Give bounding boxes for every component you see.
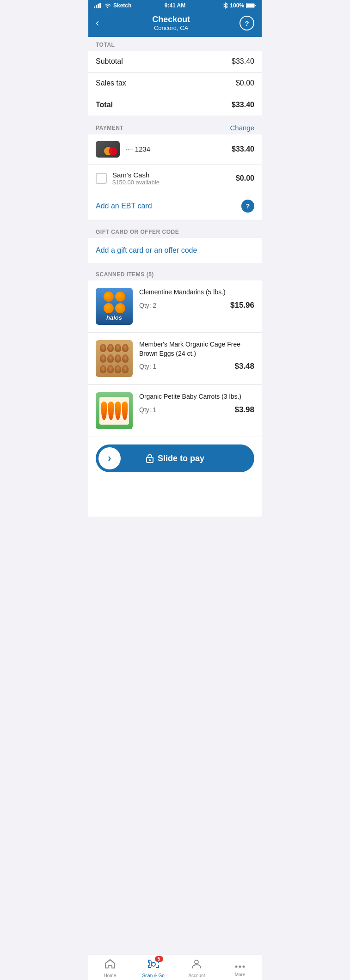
svg-rect-1 (96, 5, 97, 8)
payment-card: ···· 1234 $33.40 Sam's Cash $150.00 avai… (88, 134, 262, 192)
item-price: $3.98 (234, 405, 254, 414)
bluetooth-icon (223, 2, 228, 9)
ebt-help-button[interactable]: ? (241, 200, 254, 213)
item-thumbnail-eggs (96, 340, 133, 377)
scanned-items-header: SCANNED ITEMS (5) (88, 267, 262, 280)
ebt-section: Add an EBT card ? (88, 192, 262, 220)
add-gift-card-link[interactable]: Add a gift card or an offer code (96, 246, 197, 254)
page-header: ‹ Checkout Concord, CA ? (88, 11, 262, 37)
divider-1 (88, 116, 262, 119)
sams-cash-checkbox[interactable] (96, 173, 107, 184)
change-button[interactable]: Change (230, 124, 254, 132)
item-row: Member's Mark Organic Cage Free Brown Eg… (88, 333, 262, 385)
credit-card-image (96, 141, 120, 158)
item-row: Organic Petite Baby Carrots (3 lbs.) Qty… (88, 385, 262, 437)
total-row: Total $33.40 (88, 94, 262, 116)
gift-card-section: Add a gift card or an offer code (88, 238, 262, 263)
scanned-items-label: SCANNED ITEMS (5) (96, 271, 154, 278)
total-label: Total (96, 101, 113, 109)
svg-rect-3 (99, 3, 101, 8)
item-details: Clementine Mandarins (5 lbs.) Qty: 2 $15… (139, 288, 254, 310)
divider-3 (88, 263, 262, 267)
sams-cash-available: $150.00 available (112, 179, 230, 186)
slide-to-pay-section: › Slide to pay (88, 437, 262, 480)
page-title: Checkout (152, 15, 190, 24)
battery-percent: 100% (230, 2, 244, 9)
svg-point-7 (149, 459, 151, 461)
card-amount: $33.40 (232, 145, 254, 153)
item-price: $15.96 (230, 301, 254, 310)
payment-section-header: PAYMENT Change (88, 119, 262, 134)
item-details: Organic Petite Baby Carrots (3 lbs.) Qty… (139, 392, 254, 414)
item-qty: Qty: 2 (139, 302, 156, 309)
total-section-label: TOTAL (96, 42, 115, 48)
status-bar-left: Sketch (94, 2, 131, 9)
item-thumbnail-carrots (96, 392, 133, 429)
help-button[interactable]: ? (239, 16, 254, 30)
total-card: Subtotal $33.40 Sales tax $0.00 Total $3… (88, 51, 262, 116)
sales-tax-row: Sales tax $0.00 (88, 73, 262, 94)
item-row: halos Clementine Mandarins (5 lbs.) Qty:… (88, 280, 262, 333)
card-number-info: ···· 1234 (125, 145, 226, 153)
item-qty: Qty: 1 (139, 363, 156, 370)
divider-2 (88, 220, 262, 224)
subtotal-value: $33.40 (232, 57, 254, 66)
page-subtitle: Concord, CA (152, 24, 190, 31)
item-details: Member's Mark Organic Cage Free Brown Eg… (139, 340, 254, 371)
sams-cash-amount: $0.00 (236, 174, 254, 183)
total-value: $33.40 (232, 101, 254, 109)
sales-tax-value: $0.00 (236, 79, 254, 87)
battery-icon (246, 3, 256, 8)
item-qty-price: Qty: 1 $3.98 (139, 405, 254, 414)
item-qty-price: Qty: 1 $3.48 (139, 362, 254, 371)
status-bar-time: 9:41 AM (165, 2, 186, 9)
credit-card-row: ···· 1234 $33.40 (88, 134, 262, 164)
item-name: Member's Mark Organic Cage Free Brown Eg… (139, 340, 254, 358)
svg-rect-5 (246, 4, 254, 7)
item-qty-price: Qty: 2 $15.96 (139, 301, 254, 310)
svg-rect-0 (94, 6, 95, 8)
status-bar-right: 100% (223, 2, 256, 9)
scanned-items-list: halos Clementine Mandarins (5 lbs.) Qty:… (88, 280, 262, 517)
gift-card-section-label: GIFT CARD OR OFFER CODE (96, 229, 179, 235)
header-title-block: Checkout Concord, CA (152, 15, 190, 31)
back-button[interactable]: ‹ (96, 16, 103, 30)
subtotal-label: Subtotal (96, 57, 123, 66)
item-thumbnail-mandarins: halos (96, 288, 133, 325)
signal-icon (94, 3, 102, 8)
subtotal-row: Subtotal $33.40 (88, 51, 262, 73)
item-price: $3.48 (234, 362, 254, 371)
add-ebt-link[interactable]: Add an EBT card (96, 202, 152, 210)
carrier-name: Sketch (113, 2, 131, 9)
sams-cash-row[interactable]: Sam's Cash $150.00 available $0.00 (88, 164, 262, 192)
lock-icon (146, 454, 154, 463)
item-qty: Qty: 1 (139, 406, 156, 414)
total-section-header: TOTAL (88, 37, 262, 51)
wifi-icon (104, 3, 111, 8)
status-bar: Sketch 9:41 AM 100% (88, 0, 262, 11)
item-name: Clementine Mandarins (5 lbs.) (139, 288, 254, 297)
svg-rect-2 (98, 4, 99, 8)
gift-card-section-header: GIFT CARD OR OFFER CODE (88, 224, 262, 238)
sams-cash-info: Sam's Cash $150.00 available (112, 171, 230, 186)
payment-section-label: PAYMENT (96, 125, 123, 131)
slide-arrow-icon: › (98, 447, 121, 469)
slide-to-pay-button[interactable]: › Slide to pay (96, 444, 254, 472)
sales-tax-label: Sales tax (96, 79, 126, 87)
sams-cash-label: Sam's Cash (112, 171, 230, 179)
item-name: Organic Petite Baby Carrots (3 lbs.) (139, 392, 254, 402)
card-number: ···· 1234 (125, 145, 150, 153)
